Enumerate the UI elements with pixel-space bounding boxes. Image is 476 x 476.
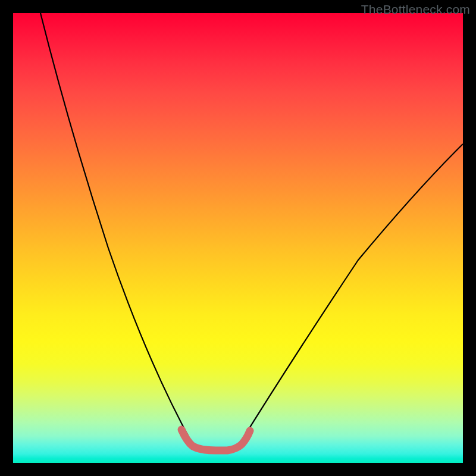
curve-right <box>239 144 463 444</box>
plot-area <box>13 13 463 463</box>
watermark-text: TheBottleneck.com <box>361 2 470 17</box>
curve-bottom-link <box>181 430 250 450</box>
curve-layer <box>13 13 463 463</box>
chart-frame: TheBottleneck.com <box>0 0 476 476</box>
curve-left <box>40 13 193 444</box>
